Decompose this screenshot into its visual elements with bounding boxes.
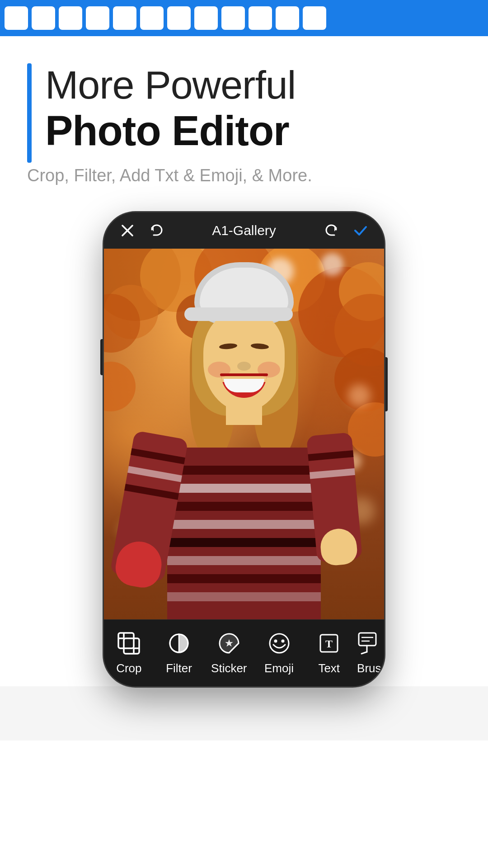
sweater-body [167, 448, 321, 619]
autumn-background [104, 249, 384, 619]
film-hole [5, 6, 28, 30]
hero-subtitle: Crop, Filter, Add Txt & Emoji, & More. [27, 166, 461, 185]
tool-brush[interactable]: Brus [354, 629, 384, 675]
accent-bar [27, 63, 32, 163]
editor-toolbar: Crop Filt [104, 619, 384, 686]
arm-stripe [124, 484, 179, 500]
phone-top-bar: A1-Gallery [104, 212, 384, 249]
tool-crop[interactable]: Crop [104, 629, 154, 675]
phone-mockup: A1-Gallery [104, 212, 384, 686]
phone-app-title: A1-Gallery [212, 223, 276, 238]
stripe [167, 520, 321, 529]
share-button[interactable] [322, 221, 342, 241]
emoji-label: Emoji [264, 661, 294, 675]
sticker-label: Sticker [211, 661, 247, 675]
stripe [167, 538, 321, 547]
hand-right [319, 527, 358, 566]
film-hole [194, 6, 218, 30]
stripe [167, 574, 321, 583]
nose [237, 362, 251, 371]
foliage-left [104, 294, 140, 429]
arm-stripe [310, 468, 355, 479]
crop-icon [114, 629, 143, 658]
confirm-button[interactable] [351, 221, 371, 241]
glove-left [113, 538, 165, 590]
film-hole [221, 6, 245, 30]
foliage-blob [348, 402, 384, 457]
sweater [167, 420, 321, 619]
tool-filter[interactable]: Filter [154, 629, 204, 675]
film-strip-header [0, 0, 488, 36]
arm-stripe [131, 448, 185, 464]
film-hole [59, 6, 82, 30]
photo-display [104, 249, 384, 619]
bottom-section [0, 686, 488, 741]
svg-line-23 [361, 652, 367, 654]
bokeh [348, 384, 371, 407]
foliage-blob [104, 362, 136, 411]
tool-text[interactable]: T Text [304, 629, 354, 675]
brush-label: Brus [357, 661, 381, 675]
svg-point-15 [274, 639, 277, 642]
lips-line [220, 373, 268, 376]
stripe [167, 502, 321, 511]
phone-container: A1-Gallery [0, 212, 488, 686]
film-hole [32, 6, 55, 30]
neck [226, 398, 262, 425]
tool-emoji[interactable]: Emoji [254, 629, 304, 675]
arm-stripe [308, 450, 353, 461]
film-hole [167, 6, 191, 30]
sticker-icon [215, 629, 244, 658]
phone-top-right-icons [322, 221, 371, 241]
hat-brim [184, 307, 293, 321]
stripe [167, 592, 321, 601]
hero-title-light: More Powerful [45, 63, 461, 107]
stripe [167, 466, 321, 475]
phone-power-button [384, 357, 388, 411]
eye-right [251, 343, 269, 349]
svg-point-14 [270, 634, 289, 653]
film-hole [113, 6, 136, 30]
text-label: Text [318, 661, 340, 675]
svg-rect-19 [359, 633, 376, 646]
film-hole [249, 6, 272, 30]
bokeh-spot [321, 253, 343, 276]
phone-wrapper: A1-Gallery [104, 212, 384, 686]
svg-text:T: T [325, 638, 333, 650]
phone-volume-button [100, 339, 104, 375]
tool-sticker[interactable]: Sticker [204, 629, 254, 675]
crop-label: Crop [116, 661, 141, 675]
hero-title-bold: Photo Editor [45, 107, 461, 155]
stripe [167, 556, 321, 565]
face [203, 312, 285, 411]
undo-button[interactable] [146, 221, 166, 241]
film-hole [140, 6, 164, 30]
phone-top-left-icons [117, 221, 166, 241]
close-button[interactable] [117, 221, 137, 241]
hero-section: More Powerful Photo Editor Crop, Filter,… [0, 36, 488, 203]
brush-icon [355, 629, 384, 658]
filter-label: Filter [166, 661, 192, 675]
eye-left [219, 343, 238, 349]
film-hole [276, 6, 299, 30]
film-hole [86, 6, 109, 30]
arm-stripe [127, 466, 182, 482]
text-icon: T [314, 629, 343, 658]
hero-text: More Powerful Photo Editor [45, 63, 461, 155]
film-hole [303, 6, 326, 30]
emoji-icon [265, 629, 294, 658]
stripe [167, 484, 321, 493]
filter-icon [164, 629, 193, 658]
svg-point-16 [281, 639, 284, 642]
foliage-blob [104, 294, 140, 353]
teeth [224, 379, 264, 392]
mouth [221, 375, 267, 398]
